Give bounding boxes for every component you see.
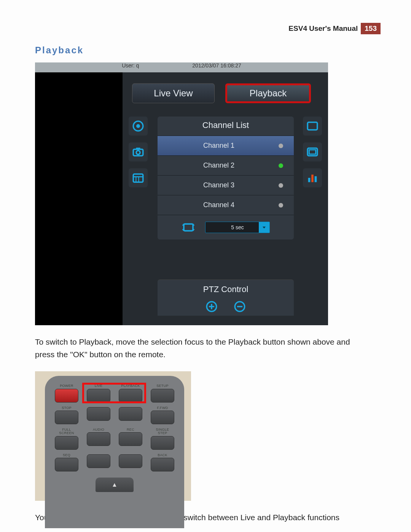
remote-seq-button[interactable] <box>55 458 78 471</box>
svg-point-1 <box>136 124 140 128</box>
app-screenshot: User: q 2012/03/07 16:08:27 Live View Pl… <box>35 62 328 325</box>
remote-fullscreen-label: FULL SCREEN <box>59 428 74 435</box>
ptz-panel: PTZ Control <box>158 280 294 316</box>
channel-2-status-icon <box>279 163 283 168</box>
dwell-dropdown[interactable]: 5 sec <box>205 222 270 233</box>
channel-2-label: Channel 2 <box>166 161 285 169</box>
channel-row-1[interactable]: Channel 1 <box>158 136 294 155</box>
page-header: ESV4 User's Manual 153 <box>30 23 381 34</box>
channel-1-status-icon <box>279 144 283 148</box>
mode-tabs: Live View Playback <box>132 81 311 106</box>
remote-seq-label: SEQ <box>63 454 70 457</box>
svg-rect-12 <box>308 178 311 182</box>
remote-nav-up-button[interactable]: ▲ <box>96 478 134 492</box>
remote-stop-button[interactable] <box>55 411 78 424</box>
svg-rect-11 <box>309 150 316 154</box>
remote-r4c2-button[interactable] <box>87 454 110 468</box>
tab-playback-label: Playback <box>250 88 287 99</box>
manual-title: ESV4 User's Manual <box>288 24 358 33</box>
remote-photo: POWER LIVE PLAYBACK SETUP STOP F.FWD FUL… <box>35 371 191 501</box>
remote-setup-button[interactable] <box>151 389 174 403</box>
channel-row-2[interactable]: Channel 2 <box>158 155 294 175</box>
ptz-header: PTZ Control <box>158 280 294 299</box>
remote-ffwd-button[interactable] <box>151 411 174 424</box>
remote-r2c2-button[interactable] <box>87 407 110 421</box>
remote-rec-button[interactable] <box>119 432 142 446</box>
svg-rect-15 <box>184 224 193 231</box>
remote-back-button[interactable] <box>151 458 174 471</box>
snapshot-icon[interactable] <box>129 142 148 161</box>
remote-r2c3-button[interactable] <box>119 407 142 421</box>
remote-rec-label: REC <box>127 428 134 431</box>
channel-list-header: Channel List <box>158 117 294 136</box>
remote-highlight <box>82 383 146 403</box>
chevron-down-icon <box>259 222 269 233</box>
remote-ffwd-label: F.FWD <box>157 406 168 410</box>
datetime-label: 2012/03/07 16:08:27 <box>192 62 241 69</box>
dwell-value: 5 sec <box>231 224 244 230</box>
remote-singlestep-label: SINGLE STEP <box>156 428 169 435</box>
left-toolbar <box>129 117 150 187</box>
svg-rect-14 <box>315 176 317 182</box>
svg-rect-5 <box>133 174 143 182</box>
remote-r4c3-button[interactable] <box>119 454 142 468</box>
svg-rect-13 <box>311 175 314 182</box>
video-area <box>35 72 123 325</box>
user-label: User: q <box>122 62 139 69</box>
calendar-icon[interactable] <box>129 168 148 187</box>
chart-icon[interactable] <box>303 168 322 187</box>
ptz-zoom-out-icon[interactable] <box>232 299 247 314</box>
paragraph-1: To switch to Playback, move the selectio… <box>35 336 365 361</box>
tab-live-view[interactable]: Live View <box>132 83 215 103</box>
svg-marker-16 <box>263 227 266 228</box>
channel-4-label: Channel 4 <box>166 201 285 209</box>
remote-audio-button[interactable] <box>87 432 110 446</box>
sequence-icon[interactable] <box>182 220 195 234</box>
channel-3-label: Channel 3 <box>166 181 285 189</box>
channel-row-4[interactable]: Channel 4 <box>158 195 294 215</box>
channel-list-panel: Channel List Channel 1 Channel 2 Channel… <box>158 117 294 240</box>
section-title: Playback <box>35 45 381 56</box>
svg-rect-4 <box>136 148 140 150</box>
layout1-icon[interactable] <box>303 117 322 136</box>
channel-row-3[interactable]: Channel 3 <box>158 175 294 195</box>
svg-point-3 <box>136 150 140 154</box>
channel-3-status-icon <box>279 183 283 188</box>
record-icon[interactable] <box>129 117 148 136</box>
channel-1-label: Channel 1 <box>166 142 285 150</box>
page-number: 153 <box>361 23 381 34</box>
layout2-icon[interactable] <box>303 142 322 161</box>
channel-4-status-icon <box>279 203 283 208</box>
ptz-zoom-in-icon[interactable] <box>204 299 219 314</box>
tab-live-label: Live View <box>154 88 193 99</box>
remote-setup-label: SETUP <box>156 384 169 388</box>
remote-fullscreen-button[interactable] <box>55 436 78 450</box>
tab-playback[interactable]: Playback <box>225 83 311 103</box>
app-topbar: User: q 2012/03/07 16:08:27 <box>35 62 328 72</box>
remote-back-label: BACK <box>158 454 167 457</box>
svg-rect-9 <box>307 122 317 130</box>
remote-stop-label: STOP <box>62 406 72 410</box>
remote-power-button[interactable] <box>55 389 78 403</box>
remote-power-label: POWER <box>60 384 73 388</box>
remote-audio-label: AUDIO <box>93 428 104 431</box>
dwell-row: 5 sec <box>158 215 294 240</box>
remote-singlestep-button[interactable] <box>151 436 174 450</box>
right-toolbar <box>303 117 324 187</box>
